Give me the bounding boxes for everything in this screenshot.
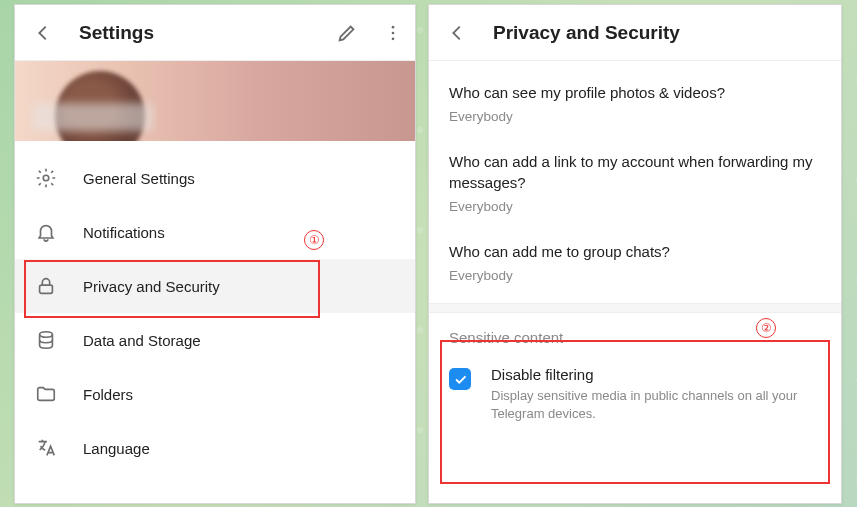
settings-panel: Settings General Settings Notifications bbox=[14, 4, 416, 504]
menu-label: Folders bbox=[83, 386, 133, 403]
privacy-settings-list: Who can see my profile photos & videos? … bbox=[429, 61, 841, 297]
sensitive-content-header: Sensitive content bbox=[429, 313, 841, 352]
menu-item-notifications[interactable]: Notifications bbox=[15, 205, 415, 259]
privacy-item-title: Who can add me to group chats? bbox=[449, 242, 821, 262]
privacy-item-value: Everybody bbox=[449, 268, 821, 283]
folder-icon bbox=[35, 383, 57, 405]
menu-item-data-storage[interactable]: Data and Storage bbox=[15, 313, 415, 367]
privacy-security-panel: Privacy and Security Who can see my prof… bbox=[428, 4, 842, 504]
privacy-item-group-chats[interactable]: Who can add me to group chats? Everybody bbox=[429, 228, 841, 297]
menu-label: Notifications bbox=[83, 224, 165, 241]
more-icon[interactable] bbox=[383, 17, 403, 49]
settings-menu: General Settings Notifications Privacy a… bbox=[15, 141, 415, 475]
svg-rect-4 bbox=[40, 285, 53, 293]
menu-item-privacy-security[interactable]: Privacy and Security bbox=[15, 259, 415, 313]
menu-label: Data and Storage bbox=[83, 332, 201, 349]
edit-icon[interactable] bbox=[331, 17, 363, 49]
back-icon[interactable] bbox=[27, 17, 59, 49]
lock-icon bbox=[35, 275, 57, 297]
svg-point-2 bbox=[392, 37, 395, 40]
profile-banner[interactable] bbox=[15, 61, 415, 141]
menu-label: General Settings bbox=[83, 170, 195, 187]
checkbox-checked-icon[interactable] bbox=[449, 368, 471, 390]
back-icon[interactable] bbox=[441, 17, 473, 49]
menu-item-general-settings[interactable]: General Settings bbox=[15, 151, 415, 205]
svg-point-0 bbox=[392, 25, 395, 28]
privacy-item-title: Who can add a link to my account when fo… bbox=[449, 152, 821, 193]
privacy-item-profile-photos[interactable]: Who can see my profile photos & videos? … bbox=[429, 69, 841, 138]
svg-point-5 bbox=[40, 332, 53, 338]
svg-point-3 bbox=[43, 175, 49, 181]
privacy-item-forwarding-link[interactable]: Who can add a link to my account when fo… bbox=[429, 138, 841, 228]
gear-icon bbox=[35, 167, 57, 189]
section-divider bbox=[429, 303, 841, 313]
disable-filtering-row[interactable]: Disable filtering Display sensitive medi… bbox=[429, 352, 841, 436]
settings-title: Settings bbox=[79, 22, 311, 44]
privacy-header: Privacy and Security bbox=[429, 5, 841, 61]
disable-filtering-text: Disable filtering Display sensitive medi… bbox=[491, 366, 821, 422]
bell-icon bbox=[35, 221, 57, 243]
checkbox-description: Display sensitive media in public channe… bbox=[491, 387, 821, 422]
checkbox-title: Disable filtering bbox=[491, 366, 821, 383]
privacy-title: Privacy and Security bbox=[493, 22, 829, 44]
privacy-item-value: Everybody bbox=[449, 199, 821, 214]
privacy-item-value: Everybody bbox=[449, 109, 821, 124]
profile-name-blurred bbox=[33, 103, 153, 131]
settings-header: Settings bbox=[15, 5, 415, 61]
privacy-item-title: Who can see my profile photos & videos? bbox=[449, 83, 821, 103]
menu-label: Language bbox=[83, 440, 150, 457]
menu-item-language[interactable]: Language bbox=[15, 421, 415, 475]
svg-point-1 bbox=[392, 31, 395, 34]
database-icon bbox=[35, 329, 57, 351]
language-icon bbox=[35, 437, 57, 459]
menu-item-folders[interactable]: Folders bbox=[15, 367, 415, 421]
menu-label: Privacy and Security bbox=[83, 278, 220, 295]
